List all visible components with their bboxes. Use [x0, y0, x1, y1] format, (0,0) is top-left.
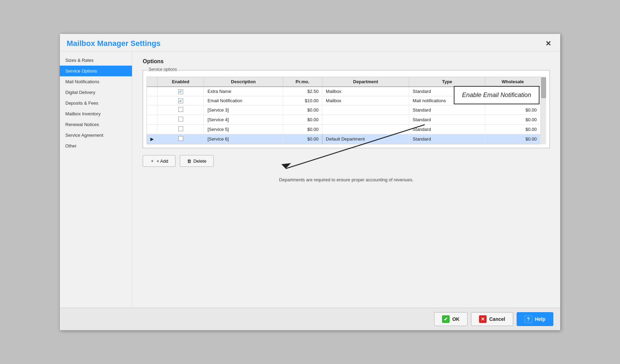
row-indicator: [147, 87, 158, 96]
scrollbar[interactable]: [541, 77, 546, 144]
type-cell: Standard: [409, 115, 485, 125]
department-cell: [322, 115, 409, 125]
price-cell[interactable]: $0.00: [283, 134, 322, 144]
wholesale-cell: $0.00: [485, 115, 540, 125]
action-buttons: ＋ + Add 🗑 Delete: [143, 155, 550, 167]
col-header-price: Pr.mo.: [283, 77, 322, 87]
table-row[interactable]: [Service 3]$0.00Standard$0.00: [147, 105, 540, 115]
enabled-checkbox[interactable]: [178, 136, 183, 141]
description-cell: [Service 6]: [204, 134, 283, 144]
enabled-checkbox[interactable]: [178, 117, 183, 122]
wholesale-cell: $0.00: [485, 134, 540, 144]
ok-icon: ✔: [442, 315, 450, 323]
enabled-checkbox[interactable]: ✔: [178, 89, 183, 94]
description-cell: [Service 5]: [204, 125, 283, 134]
row-indicator: [147, 115, 158, 125]
scrollbar-thumb[interactable]: [541, 77, 546, 98]
info-text: Departments are required to ensure prope…: [143, 177, 550, 182]
sidebar-item-sizes-rates[interactable]: Sizes & Rates: [60, 55, 132, 66]
sidebar-item-digital-delivery[interactable]: Digital Delivery: [60, 87, 132, 98]
title-bar: Mailbox Manager Settings ✕: [60, 34, 560, 51]
delete-button[interactable]: 🗑 Delete: [180, 155, 214, 167]
col-header-type: Type: [409, 77, 485, 87]
department-cell: Default Department: [322, 134, 409, 144]
enabled-checkbox-cell[interactable]: ✔: [158, 87, 204, 96]
main-panel: Options Enable Email Notification Servic…: [132, 51, 560, 308]
price-cell[interactable]: $0.00: [283, 105, 322, 115]
enabled-checkbox[interactable]: [178, 107, 183, 112]
callout-text: Enable Email Notification: [462, 92, 531, 98]
department-cell: [322, 105, 409, 115]
wholesale-cell: $0.00: [485, 105, 540, 115]
price-cell[interactable]: $0.00: [283, 125, 322, 134]
sidebar-item-mailbox-inventory[interactable]: Mailbox Inventory: [60, 108, 132, 119]
col-header-description: Description: [204, 77, 283, 87]
type-cell: Standard: [409, 125, 485, 134]
price-cell[interactable]: $10.00: [283, 96, 322, 105]
description-cell: Email Notification: [204, 96, 283, 105]
description-cell: Extra Name: [204, 87, 283, 96]
description-cell: [Service 4]: [204, 115, 283, 125]
ok-label: OK: [452, 316, 460, 322]
callout-box: Enable Email Notification: [454, 86, 539, 104]
cancel-button[interactable]: ✕ Cancel: [471, 312, 513, 326]
col-header-indicator: [147, 77, 158, 87]
sidebar-item-service-options[interactable]: Service Options: [60, 66, 132, 76]
sidebar-item-other[interactable]: Other: [60, 141, 132, 151]
delete-label: Delete: [194, 159, 207, 164]
ok-button[interactable]: ✔ OK: [434, 312, 468, 326]
row-indicator: [147, 125, 158, 134]
table-row[interactable]: [Service 5]$0.00Standard$0.00: [147, 125, 540, 134]
enabled-checkbox-cell[interactable]: [158, 105, 204, 115]
content-area: Sizes & Rates Service Options Mail Notif…: [60, 51, 560, 308]
description-cell: [Service 3]: [204, 105, 283, 115]
table-row[interactable]: ▶[Service 6]$0.00Default DepartmentStand…: [147, 134, 540, 144]
dialog-title: Mailbox Manager Settings: [67, 39, 160, 48]
enabled-checkbox-cell[interactable]: ✔: [158, 96, 204, 105]
type-cell: Standard: [409, 134, 485, 144]
enabled-checkbox-cell[interactable]: [158, 134, 204, 144]
row-indicator: ▶: [147, 134, 158, 144]
type-cell: Standard: [409, 105, 485, 115]
add-button[interactable]: ＋ + Add: [143, 155, 176, 167]
row-indicator: [147, 96, 158, 105]
sidebar-item-service-agreement[interactable]: Service Agreement: [60, 130, 132, 141]
department-cell: Mailbox: [322, 96, 409, 105]
sidebar-item-renewal-notices[interactable]: Renewal Notices: [60, 119, 132, 130]
price-cell[interactable]: $0.00: [283, 115, 322, 125]
col-header-department: Department: [322, 77, 409, 87]
close-button[interactable]: ✕: [543, 39, 553, 48]
department-cell: Mailbox: [322, 87, 409, 96]
sidebar: Sizes & Rates Service Options Mail Notif…: [60, 51, 132, 308]
footer: ✔ OK ✕ Cancel ? Help: [60, 308, 560, 330]
help-label: Help: [535, 316, 545, 322]
col-header-enabled: Enabled: [158, 77, 204, 87]
add-label: + Add: [157, 159, 168, 164]
enabled-checkbox-cell[interactable]: [158, 115, 204, 125]
delete-icon: 🗑: [187, 159, 191, 164]
wholesale-cell: $0.00: [485, 125, 540, 134]
help-button[interactable]: ? Help: [517, 312, 553, 326]
sidebar-item-mail-notifications[interactable]: Mail Notifications: [60, 76, 132, 87]
table-row[interactable]: [Service 4]$0.00Standard$0.00: [147, 115, 540, 125]
group-box-label: Service options: [147, 67, 178, 72]
main-dialog: Mailbox Manager Settings ✕ Sizes & Rates…: [59, 33, 561, 331]
help-icon: ?: [525, 315, 532, 323]
sidebar-item-deposits-fees[interactable]: Deposits & Fees: [60, 98, 132, 108]
cancel-label: Cancel: [489, 316, 505, 322]
section-title: Options: [143, 58, 550, 65]
price-cell[interactable]: $2.50: [283, 87, 322, 96]
enabled-checkbox[interactable]: ✔: [178, 98, 183, 103]
row-indicator: [147, 105, 158, 115]
enabled-checkbox[interactable]: [178, 126, 183, 131]
enabled-checkbox-cell[interactable]: [158, 125, 204, 134]
add-icon: ＋: [150, 158, 154, 164]
cancel-icon: ✕: [479, 315, 487, 323]
col-header-wholesale: Wholesale: [485, 77, 540, 87]
department-cell: [322, 125, 409, 134]
service-options-group: Service options Enabled Description Pr.m…: [143, 70, 550, 148]
